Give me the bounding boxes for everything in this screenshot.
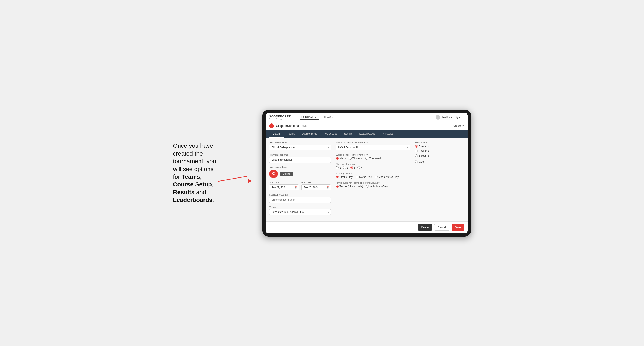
back-button[interactable]: C — [269, 124, 274, 128]
rounds-group: Number of rounds 1 2 — [336, 163, 410, 169]
teams-group: Is this event for Teams and/or Individua… — [336, 181, 410, 188]
upload-button[interactable]: Upload — [280, 172, 293, 176]
tournament-header: C Clippd Invitational (Men) Cancel ✕ — [266, 122, 468, 130]
host-group: Tournament Host Clippd College - Men — [269, 141, 331, 151]
rounds-radio-group: 1 2 3 4 — [336, 166, 410, 169]
save-button[interactable]: Save — [452, 224, 464, 231]
sponsor-label: Sponsor (optional) — [269, 193, 331, 196]
gender-mens[interactable]: Mens — [336, 157, 346, 160]
gender-radio-group: Mens Womens Combined — [336, 157, 410, 160]
scoring-label: Scoring system — [336, 172, 410, 175]
tab-results[interactable]: Results — [340, 130, 356, 138]
host-label: Tournament Host — [269, 141, 331, 144]
teams-plus-individuals[interactable]: Teams (+Individuals) — [336, 185, 363, 188]
user-area: Test User | Sign out — [436, 115, 464, 120]
end-date-input[interactable] — [301, 184, 331, 190]
venue-group: Venue Peachtree GC - Atlanta - GA — [269, 206, 331, 215]
division-group: Which division is the event for? NCAA Di… — [336, 141, 410, 151]
venue-label: Venue — [269, 206, 331, 208]
scoring-match[interactable]: Match Play — [356, 175, 372, 178]
gender-group: Which gender is the event for? Mens Wome… — [336, 154, 410, 160]
form-content: Tournament Host Clippd College - Men Tou… — [266, 138, 468, 221]
sidebar-description: Once you have created the tournament, yo… — [173, 142, 220, 204]
rounds-2[interactable]: 2 — [343, 166, 348, 169]
sponsor-group: Sponsor (optional) — [269, 193, 331, 203]
gender-combined[interactable]: Combined — [366, 157, 381, 160]
top-navigation: SCOREBOARD Powered by clippd TOURNAMENTS… — [266, 113, 468, 122]
user-sign-out[interactable]: Test User | Sign out — [442, 116, 464, 119]
tab-leaderboards[interactable]: Leaderboards — [356, 130, 378, 138]
nav-teams[interactable]: TEAMS — [324, 115, 332, 120]
avatar — [436, 115, 440, 120]
venue-select[interactable]: Peachtree GC - Atlanta - GA — [269, 209, 331, 215]
gender-womens[interactable]: Womens — [349, 157, 362, 160]
right-column: Format type 5 count 4 6 count 4 — [415, 141, 464, 218]
gender-label: Which gender is the event for? — [336, 154, 410, 156]
tournament-subtitle: (Men) — [301, 124, 308, 127]
format-other[interactable]: Other — [415, 160, 426, 163]
tab-bar: Details Teams Course Setup Tee Groups Re… — [266, 130, 468, 138]
cancel-top-button[interactable]: Cancel ✕ — [453, 124, 464, 127]
form-footer: Delete Cancel Save — [266, 221, 468, 233]
scoring-medal[interactable]: Medal Match Play — [375, 175, 398, 178]
name-input[interactable] — [269, 157, 331, 163]
delete-button[interactable]: Delete — [418, 224, 432, 231]
host-select[interactable]: Clippd College - Men — [269, 145, 331, 151]
rounds-3[interactable]: 3 — [350, 166, 356, 169]
teams-radio-group: Teams (+Individuals) Individuals Only — [336, 185, 410, 188]
logo-upload-area: C Upload — [269, 170, 331, 178]
scoring-radio-group: Stroke Play Match Play Medal Match Play — [336, 175, 410, 178]
teams-label: Is this event for Teams and/or Individua… — [336, 181, 410, 184]
nav-tournaments[interactable]: TOURNAMENTS — [300, 115, 320, 120]
tab-details[interactable]: Details — [269, 130, 284, 138]
rounds-label: Number of rounds — [336, 163, 410, 165]
tablet-device: SCOREBOARD Powered by clippd TOURNAMENTS… — [262, 110, 471, 237]
logo-group: Tournament logo C Upload — [269, 166, 331, 178]
format-group: Format type 5 count 4 6 count 4 — [415, 141, 464, 157]
arrow-indicator — [216, 173, 254, 190]
sponsor-input[interactable] — [269, 197, 331, 203]
cancel-button[interactable]: Cancel — [434, 224, 449, 231]
end-date-label: End date — [301, 181, 331, 184]
format-options: 5 count 4 6 count 4 6 count 5 — [415, 145, 464, 157]
division-label: Which division is the event for? — [336, 141, 410, 144]
format-6count5[interactable]: 6 count 5 — [415, 154, 464, 157]
logo-preview: C — [269, 170, 278, 178]
end-date-group: End date — [301, 181, 331, 190]
tab-tee-groups[interactable]: Tee Groups — [320, 130, 340, 138]
division-select[interactable]: NCAA Division III — [336, 145, 410, 151]
name-group: Tournament name — [269, 154, 331, 163]
date-row: Start date End date — [269, 181, 331, 190]
start-date-label: Start date — [269, 181, 299, 184]
logo-title: SCOREBOARD — [269, 115, 291, 118]
rounds-1[interactable]: 1 — [336, 166, 341, 169]
nav-links: TOURNAMENTS TEAMS — [300, 115, 430, 120]
left-column: Tournament Host Clippd College - Men Tou… — [269, 141, 331, 218]
tab-printables[interactable]: Printables — [378, 130, 397, 138]
middle-column: Which division is the event for? NCAA Di… — [336, 141, 410, 218]
tab-course-setup[interactable]: Course Setup — [298, 130, 320, 138]
tournament-title: Clippd Invitational — [276, 124, 300, 128]
logo-subtitle: Powered by clippd — [269, 118, 291, 120]
individuals-only[interactable]: Individuals Only — [366, 185, 388, 188]
logo-label: Tournament logo — [269, 166, 331, 168]
format-6count4[interactable]: 6 count 4 — [415, 150, 464, 153]
name-label: Tournament name — [269, 154, 331, 156]
format-5count4[interactable]: 5 count 4 — [415, 145, 464, 148]
logo: SCOREBOARD Powered by clippd — [269, 115, 291, 120]
tab-teams[interactable]: Teams — [284, 130, 298, 138]
start-date-group: Start date — [269, 181, 299, 190]
scoring-group: Scoring system Stroke Play Match Play — [336, 172, 410, 178]
start-date-input[interactable] — [269, 184, 299, 190]
scoring-stroke[interactable]: Stroke Play — [336, 175, 352, 178]
format-label: Format type — [415, 141, 464, 144]
rounds-4[interactable]: 4 — [357, 166, 362, 169]
